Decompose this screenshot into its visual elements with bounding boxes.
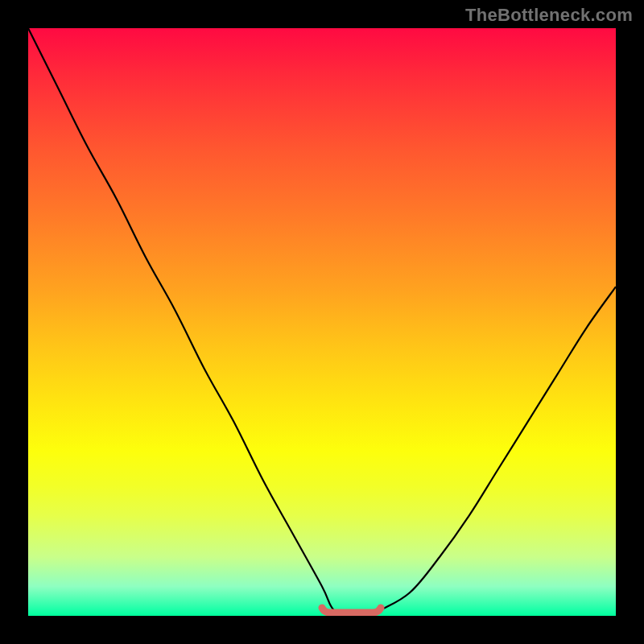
optimal-flat-segment-path [322,608,381,613]
attribution-label: TheBottleneck.com [465,5,633,26]
plot-area [28,28,616,616]
bottleneck-curve-path [28,28,616,616]
chart-frame: TheBottleneck.com [0,0,644,644]
chart-svg [28,28,616,616]
